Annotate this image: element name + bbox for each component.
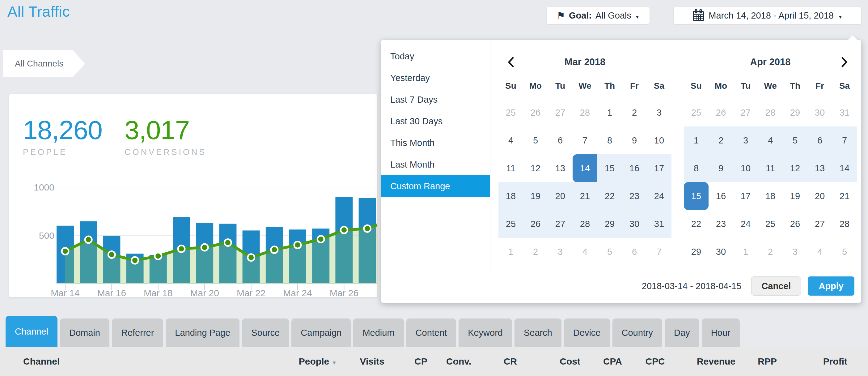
day-cell-12[interactable]: 12 bbox=[523, 154, 548, 182]
preset-custom-range[interactable]: Custom Range bbox=[381, 175, 490, 197]
day-cell-28[interactable]: 28 bbox=[572, 210, 597, 238]
day-cell-28[interactable]: 28 bbox=[758, 99, 783, 126]
day-cell-15[interactable]: 15 bbox=[684, 182, 709, 210]
day-cell-29[interactable]: 29 bbox=[783, 99, 807, 126]
day-cell-21[interactable]: 21 bbox=[832, 182, 857, 210]
day-cell-5[interactable]: 5 bbox=[783, 126, 807, 154]
day-cell-25[interactable]: 25 bbox=[498, 99, 523, 126]
day-cell-4[interactable]: 4 bbox=[807, 238, 832, 266]
tab-device[interactable]: Device bbox=[564, 318, 610, 347]
tab-domain[interactable]: Domain bbox=[60, 318, 110, 347]
day-cell-6[interactable]: 6 bbox=[622, 238, 647, 266]
day-cell-2[interactable]: 2 bbox=[758, 238, 783, 266]
tab-content[interactable]: Content bbox=[406, 318, 456, 347]
preset-yesterday[interactable]: Yesterday bbox=[381, 67, 490, 89]
column-header-cpc[interactable]: CPC bbox=[622, 356, 665, 367]
day-cell-6[interactable]: 6 bbox=[548, 126, 572, 154]
day-cell-26[interactable]: 26 bbox=[523, 99, 548, 126]
day-cell-22[interactable]: 22 bbox=[684, 210, 709, 238]
day-cell-23[interactable]: 23 bbox=[709, 210, 733, 238]
day-cell-22[interactable]: 22 bbox=[597, 182, 622, 210]
day-cell-7[interactable]: 7 bbox=[647, 238, 672, 266]
day-cell-17[interactable]: 17 bbox=[647, 154, 672, 182]
day-cell-31[interactable]: 31 bbox=[647, 210, 672, 238]
day-cell-1[interactable]: 1 bbox=[498, 238, 523, 266]
day-cell-2[interactable]: 2 bbox=[709, 126, 733, 154]
day-cell-30[interactable]: 30 bbox=[622, 210, 647, 238]
tab-channel[interactable]: Channel bbox=[6, 316, 58, 347]
column-header-channel[interactable]: Channel bbox=[23, 356, 269, 367]
day-cell-3[interactable]: 3 bbox=[783, 238, 807, 266]
day-cell-28[interactable]: 28 bbox=[832, 210, 857, 238]
goal-selector-button[interactable]: Goal: All Goals bbox=[546, 7, 650, 24]
column-header-visits[interactable]: Visits bbox=[337, 356, 384, 367]
column-header-cost[interactable]: Cost bbox=[517, 356, 580, 367]
day-cell-14[interactable]: 14 bbox=[832, 154, 857, 182]
day-cell-5[interactable]: 5 bbox=[523, 126, 548, 154]
day-cell-3[interactable]: 3 bbox=[733, 126, 758, 154]
day-cell-25[interactable]: 25 bbox=[498, 210, 523, 238]
day-cell-11[interactable]: 11 bbox=[498, 154, 523, 182]
apply-button[interactable]: Apply bbox=[808, 277, 855, 296]
day-cell-26[interactable]: 26 bbox=[783, 210, 807, 238]
tab-hour[interactable]: Hour bbox=[702, 318, 740, 347]
day-cell-23[interactable]: 23 bbox=[622, 182, 647, 210]
day-cell-13[interactable]: 13 bbox=[807, 154, 832, 182]
day-cell-25[interactable]: 25 bbox=[684, 99, 709, 126]
day-cell-27[interactable]: 27 bbox=[548, 210, 572, 238]
day-cell-8[interactable]: 8 bbox=[684, 154, 709, 182]
day-cell-28[interactable]: 28 bbox=[572, 99, 597, 126]
day-cell-13[interactable]: 13 bbox=[548, 154, 572, 182]
day-cell-30[interactable]: 30 bbox=[709, 238, 733, 266]
day-cell-1[interactable]: 1 bbox=[684, 126, 709, 154]
day-cell-29[interactable]: 29 bbox=[684, 238, 709, 266]
day-cell-31[interactable]: 31 bbox=[832, 99, 857, 126]
day-cell-8[interactable]: 8 bbox=[597, 126, 622, 154]
day-cell-5[interactable]: 5 bbox=[597, 238, 622, 266]
day-cell-10[interactable]: 10 bbox=[733, 154, 758, 182]
day-cell-1[interactable]: 1 bbox=[733, 238, 758, 266]
column-header-revenue[interactable]: Revenue bbox=[665, 356, 736, 367]
day-cell-4[interactable]: 4 bbox=[758, 126, 783, 154]
column-header-cp[interactable]: CP bbox=[384, 356, 427, 367]
tab-medium[interactable]: Medium bbox=[353, 318, 404, 347]
day-cell-10[interactable]: 10 bbox=[647, 126, 672, 154]
preset-this-month[interactable]: This Month bbox=[381, 132, 490, 154]
tab-referrer[interactable]: Referrer bbox=[112, 318, 163, 347]
day-cell-7[interactable]: 7 bbox=[572, 126, 597, 154]
date-range-button[interactable]: March 14, 2018 - April 15, 2018 bbox=[674, 7, 862, 24]
day-cell-26[interactable]: 26 bbox=[523, 210, 548, 238]
column-header-rpp[interactable]: RPP bbox=[736, 356, 777, 367]
day-cell-4[interactable]: 4 bbox=[572, 238, 597, 266]
day-cell-15[interactable]: 15 bbox=[597, 154, 622, 182]
tab-source[interactable]: Source bbox=[242, 318, 289, 347]
column-header-cr[interactable]: CR bbox=[471, 356, 517, 367]
day-cell-25[interactable]: 25 bbox=[758, 210, 783, 238]
tab-country[interactable]: Country bbox=[613, 318, 662, 347]
chevron-right-icon[interactable] bbox=[832, 51, 857, 73]
day-cell-7[interactable]: 7 bbox=[832, 126, 857, 154]
day-cell-20[interactable]: 20 bbox=[548, 182, 572, 210]
day-cell-30[interactable]: 30 bbox=[807, 99, 832, 126]
day-cell-18[interactable]: 18 bbox=[758, 182, 783, 210]
day-cell-21[interactable]: 21 bbox=[572, 182, 597, 210]
day-cell-24[interactable]: 24 bbox=[733, 210, 758, 238]
day-cell-17[interactable]: 17 bbox=[733, 182, 758, 210]
day-cell-2[interactable]: 2 bbox=[622, 99, 647, 126]
cancel-button[interactable]: Cancel bbox=[751, 277, 801, 296]
day-cell-9[interactable]: 9 bbox=[622, 126, 647, 154]
day-cell-3[interactable]: 3 bbox=[647, 99, 672, 126]
day-cell-1[interactable]: 1 bbox=[597, 99, 622, 126]
preset-last-7-days[interactable]: Last 7 Days bbox=[381, 89, 490, 110]
tab-day[interactable]: Day bbox=[665, 318, 699, 347]
day-cell-19[interactable]: 19 bbox=[523, 182, 548, 210]
day-cell-12[interactable]: 12 bbox=[783, 154, 807, 182]
column-header-cpa[interactable]: CPA bbox=[580, 356, 622, 367]
preset-last-30-days[interactable]: Last 30 Days bbox=[381, 110, 490, 132]
day-cell-3[interactable]: 3 bbox=[548, 238, 572, 266]
tab-landing-page[interactable]: Landing Page bbox=[166, 318, 240, 347]
chevron-left-icon[interactable] bbox=[498, 51, 523, 73]
preset-last-month[interactable]: Last Month bbox=[381, 154, 490, 175]
day-cell-26[interactable]: 26 bbox=[709, 99, 733, 126]
day-cell-24[interactable]: 24 bbox=[647, 182, 672, 210]
